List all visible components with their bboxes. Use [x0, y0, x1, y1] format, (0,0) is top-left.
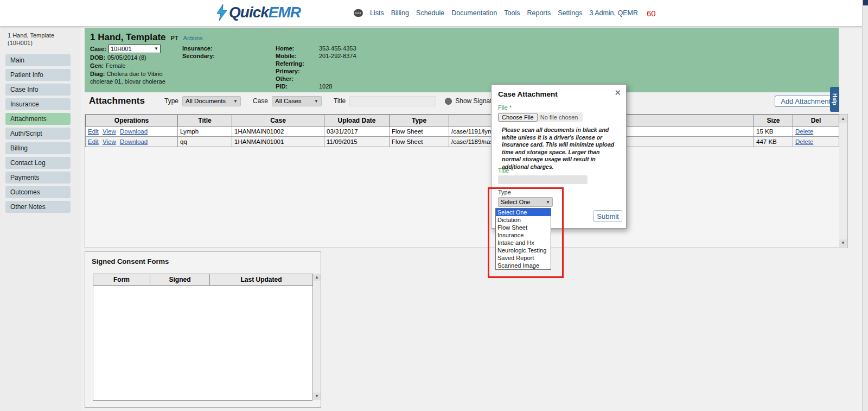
cell-upload-date: 03/31/2017	[324, 127, 390, 137]
user-menu[interactable]: 3 Admin, QEMR	[589, 9, 638, 17]
view-link[interactable]: View	[103, 128, 116, 135]
option-select-one[interactable]: Select One	[496, 208, 551, 216]
diagnosis-label: Diag:	[90, 71, 105, 77]
consent-forms-heading: Signed Consent Forms	[85, 252, 321, 265]
nav-billing[interactable]: Billing	[391, 9, 409, 17]
document-type-filter[interactable]: All Documents ▼	[182, 96, 241, 106]
sidebar-item-payments[interactable]: Payments	[5, 172, 71, 184]
type-dropdown-list: Select One Dictation Flow Sheet Insuranc…	[495, 208, 551, 270]
page-scrollbar[interactable]	[862, 0, 868, 411]
case-select[interactable]: 10H001 ▼	[108, 45, 161, 53]
col-form: Form	[93, 274, 150, 286]
signed-consent-forms-panel: Signed Consent Forms Form Signed Last Up…	[85, 251, 321, 408]
patient-header: 1 Hand, Template PT Actions Case: 10H001…	[85, 28, 839, 92]
sidebar-item-attachments[interactable]: Attachments	[5, 113, 71, 125]
col-size: Size	[754, 115, 793, 127]
download-link[interactable]: Download	[120, 128, 148, 135]
option-saved-report[interactable]: Saved Report	[496, 254, 551, 262]
option-neurologic-testing[interactable]: Neurologic Testing	[496, 246, 551, 254]
sidebar-item-auth-script[interactable]: Auth/Script	[5, 128, 71, 140]
show-signatures-toggle[interactable]	[445, 98, 452, 105]
title-field-label: Title *	[498, 167, 513, 174]
chevron-down-icon: ▼	[154, 45, 158, 53]
cell-size: 15 KB	[754, 127, 793, 137]
type-field-label: Type	[498, 189, 511, 195]
document-type-filter-value: All Documents	[186, 98, 226, 104]
view-link[interactable]: View	[103, 138, 116, 145]
table-row: Edit View Download qq 1HANMAIN01001 11/0…	[86, 137, 839, 147]
file-field-label: File *	[498, 104, 512, 111]
scroll-up-icon[interactable]: ▲	[313, 274, 321, 281]
delete-link[interactable]: Delete	[795, 128, 813, 135]
consent-forms-table: Form Signed Last Updated	[93, 274, 313, 286]
download-link[interactable]: Download	[120, 138, 148, 145]
dob-value: 05/05/2014 (8)	[107, 54, 146, 61]
cell-size: 447 KB	[754, 137, 793, 147]
cell-type: Flow Sheet	[390, 137, 449, 147]
add-attachment-button[interactable]: Add Attachment	[775, 96, 837, 107]
attachments-scrollbar[interactable]: ▲ ▼	[839, 115, 847, 247]
nav-reports[interactable]: Reports	[527, 9, 551, 17]
type-select[interactable]: Select One ▼	[498, 197, 553, 207]
consent-scrollbar[interactable]: ▲ ▼	[313, 274, 321, 400]
close-icon[interactable]: ✕	[614, 88, 621, 98]
delete-link[interactable]: Delete	[795, 138, 813, 145]
choose-file-button[interactable]: Choose File	[498, 113, 538, 122]
consent-header-row: Form Signed Last Updated	[93, 274, 313, 286]
option-intake-and-hx[interactable]: Intake and Hx	[496, 239, 551, 246]
page-scrollbar-thumb[interactable]	[863, 0, 868, 5]
consent-forms-empty-body	[93, 286, 312, 401]
option-dictation[interactable]: Dictation	[496, 216, 551, 224]
file-input[interactable]: Choose File No file chosen	[498, 112, 583, 122]
chat-icon[interactable]: •••	[354, 9, 363, 17]
option-flow-sheet[interactable]: Flow Sheet	[496, 224, 551, 231]
patient-sidebar: 1 Hand, Template (10H001) Main Patient I…	[0, 26, 81, 411]
case-label: Case:	[90, 45, 106, 53]
chat-dots: •••	[355, 11, 361, 15]
attachment-title-input[interactable]	[498, 175, 588, 184]
sidebar-item-billing[interactable]: Billing	[5, 142, 71, 154]
insurance-label: Insurance:	[182, 45, 213, 52]
case-attachment-modal: Case Attachment ✕ File * Choose File No …	[491, 84, 627, 229]
help-tab[interactable]: Help	[830, 87, 839, 112]
mobile-phone-label: Mobile:	[276, 52, 319, 60]
sidebar-item-case-info[interactable]: Case Info	[5, 84, 71, 96]
submit-button[interactable]: Submit	[593, 210, 622, 222]
logo-emr-text: EMR	[269, 4, 301, 21]
cell-title: Lymph	[178, 127, 232, 137]
sidebar-item-other-notes[interactable]: Other Notes	[5, 201, 71, 213]
sidebar-item-contact-log[interactable]: Contact Log	[5, 157, 71, 169]
edit-link[interactable]: Edit	[88, 128, 99, 135]
option-scanned-image[interactable]: Scanned Image	[496, 262, 551, 269]
nav-settings[interactable]: Settings	[558, 9, 582, 17]
sidebar-item-patient-info[interactable]: Patient Info	[5, 69, 71, 81]
title-filter-input[interactable]	[349, 96, 436, 106]
col-type: Type	[390, 115, 449, 127]
other-label: Other:	[276, 75, 319, 83]
actions-link[interactable]: Actions	[183, 35, 203, 41]
sidebar-item-insurance[interactable]: Insurance	[5, 98, 71, 110]
nav-tools[interactable]: Tools	[504, 9, 520, 17]
scroll-down-icon[interactable]: ▼	[313, 393, 321, 400]
primary-label: Primary:	[276, 67, 319, 75]
sidebar-patient-label: 1 Hand, Template (10H001)	[5, 31, 76, 47]
home-phone-label: Home:	[276, 45, 319, 52]
sidebar-item-main[interactable]: Main	[5, 54, 71, 66]
patient-name: 1 Hand, Template	[90, 32, 166, 43]
option-insurance[interactable]: Insurance	[496, 231, 551, 239]
case-filter[interactable]: All Cases ▼	[272, 96, 322, 106]
scroll-up-icon[interactable]: ▲	[839, 115, 847, 123]
sidebar-item-outcomes[interactable]: Outcomes	[5, 186, 71, 198]
chevron-down-icon: ▼	[314, 99, 318, 104]
cell-type: Flow Sheet	[390, 127, 449, 137]
scan-notice-text: Please scan all documents in black and w…	[502, 127, 620, 170]
notification-count[interactable]: 60	[647, 9, 656, 18]
dob-label: DOB:	[90, 54, 105, 61]
nav-schedule[interactable]: Schedule	[416, 9, 444, 17]
nav-documentation[interactable]: Documentation	[451, 9, 497, 17]
no-file-chosen-text: No file chosen	[540, 114, 578, 121]
scroll-down-icon[interactable]: ▼	[839, 239, 847, 247]
table-header-row: Operations Title Case Upload Date Type S…	[86, 115, 839, 127]
nav-lists[interactable]: Lists	[370, 9, 384, 17]
edit-link[interactable]: Edit	[88, 138, 99, 145]
